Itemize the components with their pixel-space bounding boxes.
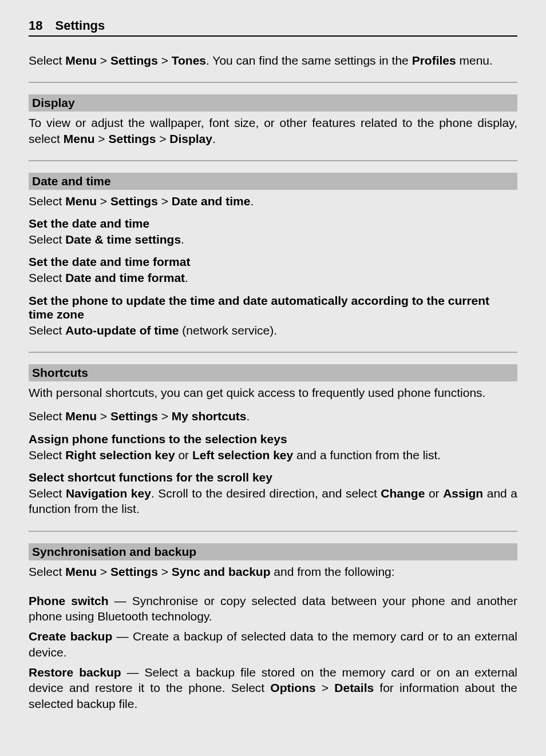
restore-backup-label: Restore backup <box>29 666 121 679</box>
text: and a function from the list. <box>293 448 441 461</box>
text: Select <box>29 54 65 67</box>
phone-switch-label: Phone switch <box>29 594 109 607</box>
menu-label: Menu <box>65 54 97 67</box>
text: Select <box>29 565 65 578</box>
sub-heading-assign-selection-keys: Assign phone functions to the selection … <box>29 432 517 446</box>
sub-heading-set-date-time-format: Set the date and time format <box>29 255 517 269</box>
separator: > <box>95 132 109 145</box>
options-label: Options <box>270 681 315 694</box>
separator: > <box>158 54 172 67</box>
page-header: 18 Settings <box>29 18 517 37</box>
text: . <box>212 132 216 145</box>
sub-heading-auto-update: Set the phone to update the time and dat… <box>29 294 517 321</box>
text: Select <box>29 271 65 284</box>
change-label: Change <box>381 487 425 500</box>
sub-heading-scroll-key: Select shortcut functions for the scroll… <box>29 471 517 484</box>
settings-label: Settings <box>110 194 158 208</box>
shortcuts-select: Select Menu > Settings > My shortcuts. <box>29 408 517 424</box>
text: or <box>425 487 443 500</box>
text: or <box>175 448 192 461</box>
text: . <box>246 409 250 423</box>
right-selection-key-label: Right selection key <box>65 448 175 461</box>
section-divider <box>29 82 517 83</box>
section-heading-datetime: Date and time <box>29 173 517 190</box>
page-title: Settings <box>55 18 105 33</box>
separator: > <box>97 194 110 208</box>
shortcuts-intro: With personal shortcuts, you can get qui… <box>29 385 517 400</box>
date-time-settings-label: Date & time settings <box>65 233 181 246</box>
text: . You can find the same settings in the <box>206 54 412 67</box>
navigation-key-label: Navigation key <box>66 487 151 500</box>
create-backup-item: Create backup — Create a backup of selec… <box>29 628 517 660</box>
section-heading-sync: Synchronisation and backup <box>29 543 517 560</box>
tones-paragraph: Select Menu > Settings > Tones. You can … <box>29 53 517 68</box>
separator: > <box>156 132 169 145</box>
tones-label: Tones <box>172 54 206 67</box>
section-heading-shortcuts: Shortcuts <box>29 364 517 381</box>
restore-backup-item: Restore backup — Select a backup file st… <box>29 665 517 711</box>
assign-label: Assign <box>443 487 483 500</box>
text: menu. <box>456 54 493 67</box>
separator: > <box>97 565 110 578</box>
separator: > <box>97 409 110 423</box>
text: . <box>181 233 184 246</box>
set-date-time-format-paragraph: Select Date and time format. <box>29 270 517 285</box>
settings-label: Settings <box>110 409 158 423</box>
auto-update-label: Auto-update of time <box>65 324 179 337</box>
menu-label: Menu <box>65 565 97 578</box>
text: Select <box>29 448 65 461</box>
section-heading-display: Display <box>29 94 517 112</box>
details-label: Details <box>334 681 374 694</box>
display-paragraph: To view or adjust the wallpaper, font si… <box>29 115 517 146</box>
section-divider <box>29 160 517 161</box>
page-number: 18 <box>29 18 42 33</box>
menu-label: Menu <box>65 194 97 208</box>
set-date-time-paragraph: Select Date & time settings. <box>29 232 517 247</box>
profiles-label: Profiles <box>412 54 456 67</box>
sync-backup-label: Sync and backup <box>172 565 271 578</box>
text: Select <box>29 233 65 246</box>
phone-switch-item: Phone switch — Synchronise or copy selec… <box>29 593 517 624</box>
left-selection-key-label: Left selection key <box>192 448 293 461</box>
datetime-label: Date and time <box>172 194 251 208</box>
text: . <box>250 194 254 208</box>
menu-label: Menu <box>65 409 97 423</box>
scroll-key-paragraph: Select Navigation key. Scroll to the des… <box>29 486 517 517</box>
separator: > <box>158 565 172 578</box>
date-time-format-label: Date and time format <box>65 271 185 284</box>
separator: > <box>316 681 335 694</box>
settings-label: Settings <box>110 54 158 67</box>
datetime-select: Select Menu > Settings > Date and time. <box>29 193 517 209</box>
section-divider <box>29 352 517 353</box>
text: Select <box>29 194 65 208</box>
sync-select: Select Menu > Settings > Sync and backup… <box>29 564 517 579</box>
section-divider <box>29 531 517 532</box>
menu-label: Menu <box>64 132 95 145</box>
text: Select <box>29 324 65 337</box>
separator: > <box>97 54 110 67</box>
document-page: 18 Settings Select Menu > Settings > Ton… <box>0 0 546 756</box>
separator: > <box>158 409 172 423</box>
text: and from the following: <box>270 565 394 578</box>
assign-selection-keys-paragraph: Select Right selection key or Left selec… <box>29 447 517 463</box>
text: (network service). <box>179 324 278 337</box>
sub-heading-set-date-time: Set the date and time <box>29 217 517 230</box>
settings-label: Settings <box>110 565 158 578</box>
display-label: Display <box>169 132 212 145</box>
text: Select <box>29 409 65 423</box>
separator: > <box>158 194 172 208</box>
settings-label: Settings <box>108 132 156 145</box>
create-backup-label: Create backup <box>29 630 112 643</box>
text: Select <box>29 487 66 500</box>
text: . <box>185 271 188 284</box>
auto-update-paragraph: Select Auto-update of time (network serv… <box>29 323 517 338</box>
my-shortcuts-label: My shortcuts <box>172 409 247 423</box>
text: . Scroll to the desired direction, and s… <box>151 487 381 500</box>
